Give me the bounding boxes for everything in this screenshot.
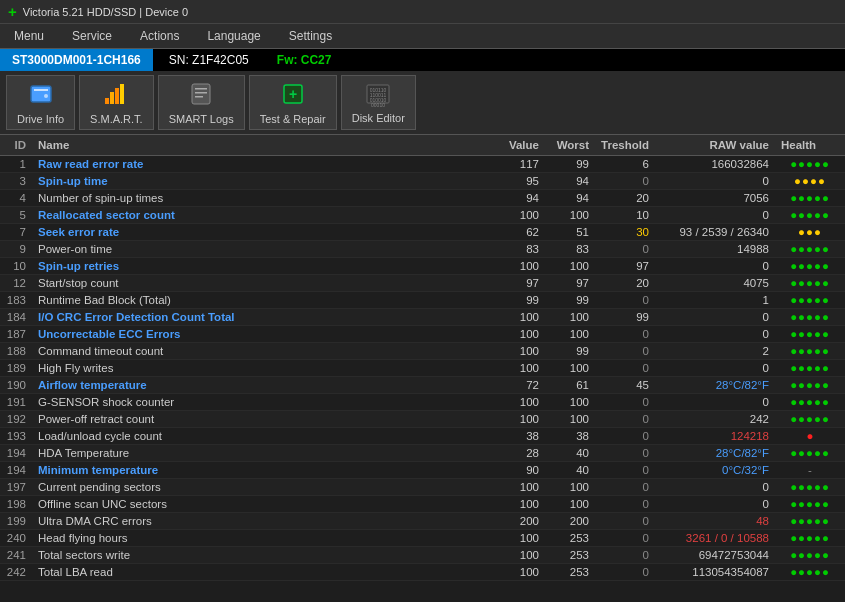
- cell-value: 100: [495, 496, 545, 513]
- cell-value: 38: [495, 428, 545, 445]
- cell-name: Command timeout count: [32, 343, 495, 360]
- cell-worst: 40: [545, 445, 595, 462]
- menu-item-menu[interactable]: Menu: [0, 26, 58, 46]
- cell-health: ●●●●●: [775, 258, 845, 275]
- cell-name: Uncorrectable ECC Errors: [32, 326, 495, 343]
- cell-id: 190: [0, 377, 32, 394]
- cell-health: ●●●●●: [775, 207, 845, 224]
- cell-health: ●: [775, 428, 845, 445]
- cell-id: 187: [0, 326, 32, 343]
- cell-worst: 83: [545, 241, 595, 258]
- menu-item-language[interactable]: Language: [193, 26, 274, 46]
- cell-worst: 253: [545, 547, 595, 564]
- menu-item-actions[interactable]: Actions: [126, 26, 193, 46]
- cell-worst: 99: [545, 156, 595, 173]
- cell-threshold: 6: [595, 156, 655, 173]
- cell-id: 10: [0, 258, 32, 275]
- cell-id: 242: [0, 564, 32, 581]
- cell-name: Head flying hours: [32, 530, 495, 547]
- cell-threshold: 0: [595, 360, 655, 377]
- cell-health: -: [775, 462, 845, 479]
- cell-health: ●●●●●: [775, 275, 845, 292]
- cell-health: ●●●●: [775, 173, 845, 190]
- cell-health: ●●●●●: [775, 360, 845, 377]
- cell-name: Runtime Bad Block (Total): [32, 292, 495, 309]
- drive-info-button[interactable]: Drive Info: [6, 75, 75, 130]
- disk-editor-button[interactable]: 010110 110011 010010 00010 Disk Editor: [341, 75, 416, 130]
- cell-raw: 4075: [655, 275, 775, 292]
- cell-name: I/O CRC Error Detection Count Total: [32, 309, 495, 326]
- cell-name: Spin-up time: [32, 173, 495, 190]
- cell-id: 184: [0, 309, 32, 326]
- table-row: 183Runtime Bad Block (Total)999901●●●●●: [0, 292, 845, 309]
- table-row: 188Command timeout count1009902●●●●●: [0, 343, 845, 360]
- cell-name: Current pending sectors: [32, 479, 495, 496]
- cell-worst: 94: [545, 173, 595, 190]
- smart-label: S.M.A.R.T.: [90, 113, 143, 125]
- cell-value: 100: [495, 530, 545, 547]
- cell-value: 100: [495, 547, 545, 564]
- cell-threshold: 0: [595, 241, 655, 258]
- smart-button[interactable]: S.M.A.R.T.: [79, 75, 154, 130]
- cell-value: 28: [495, 445, 545, 462]
- table-row: 5Reallocated sector count100100100●●●●●: [0, 207, 845, 224]
- cell-name: Spin-up retries: [32, 258, 495, 275]
- smart-logs-button[interactable]: SMART Logs: [158, 75, 245, 130]
- menu-item-service[interactable]: Service: [58, 26, 126, 46]
- cell-id: 191: [0, 394, 32, 411]
- table-row: 191G-SENSOR shock counter10010000●●●●●: [0, 394, 845, 411]
- cell-raw: 7056: [655, 190, 775, 207]
- cell-id: 194: [0, 445, 32, 462]
- cell-value: 100: [495, 343, 545, 360]
- cell-value: 100: [495, 564, 545, 581]
- cell-raw: 0: [655, 496, 775, 513]
- menu-bar: Menu Service Actions Language Settings: [0, 24, 845, 49]
- device-fw: Fw: CC27: [265, 50, 344, 70]
- cell-name: Power-off retract count: [32, 411, 495, 428]
- cell-worst: 40: [545, 462, 595, 479]
- cell-raw: 93 / 2539 / 26340: [655, 224, 775, 241]
- cell-raw: 48: [655, 513, 775, 530]
- cell-health: ●●●●●: [775, 326, 845, 343]
- cell-id: 4: [0, 190, 32, 207]
- table-row: 184I/O CRC Error Detection Count Total10…: [0, 309, 845, 326]
- cell-health: ●●●●●: [775, 190, 845, 207]
- cell-worst: 100: [545, 309, 595, 326]
- svg-rect-5: [115, 88, 119, 104]
- table-row: 198Offline scan UNC sectors10010000●●●●●: [0, 496, 845, 513]
- cell-name: HDA Temperature: [32, 445, 495, 462]
- table-row: 192Power-off retract count1001000242●●●●…: [0, 411, 845, 428]
- drive-info-label: Drive Info: [17, 113, 64, 125]
- cell-threshold: 0: [595, 479, 655, 496]
- cell-threshold: 0: [595, 496, 655, 513]
- cell-threshold: 0: [595, 411, 655, 428]
- disk-icon: 010110 110011 010010 00010: [364, 80, 392, 110]
- smart-table: ID Name Value Worst Treshold RAW value H…: [0, 135, 845, 581]
- cell-name: Offline scan UNC sectors: [32, 496, 495, 513]
- th-health: Health: [775, 135, 845, 156]
- cell-raw: 0°C/32°F: [655, 462, 775, 479]
- cell-value: 83: [495, 241, 545, 258]
- cell-worst: 100: [545, 360, 595, 377]
- disk-editor-label: Disk Editor: [352, 112, 405, 124]
- cell-name: Total sectors write: [32, 547, 495, 564]
- cell-name: Start/stop count: [32, 275, 495, 292]
- cell-worst: 100: [545, 326, 595, 343]
- cell-worst: 253: [545, 564, 595, 581]
- cell-id: 3: [0, 173, 32, 190]
- cell-name: High Fly writes: [32, 360, 495, 377]
- cell-threshold: 30: [595, 224, 655, 241]
- cell-health: ●●●●●: [775, 241, 845, 258]
- cell-raw: 14988: [655, 241, 775, 258]
- cell-name: Reallocated sector count: [32, 207, 495, 224]
- th-value: Value: [495, 135, 545, 156]
- cell-health: ●●●●●: [775, 292, 845, 309]
- cell-name: Total LBA read: [32, 564, 495, 581]
- table-row: 194Minimum temperature904000°C/32°F-: [0, 462, 845, 479]
- cell-raw: 0: [655, 394, 775, 411]
- cell-worst: 97: [545, 275, 595, 292]
- menu-item-settings[interactable]: Settings: [275, 26, 346, 46]
- smart-icon: [102, 80, 130, 111]
- test-repair-button[interactable]: + Test & Repair: [249, 75, 337, 130]
- cell-value: 200: [495, 513, 545, 530]
